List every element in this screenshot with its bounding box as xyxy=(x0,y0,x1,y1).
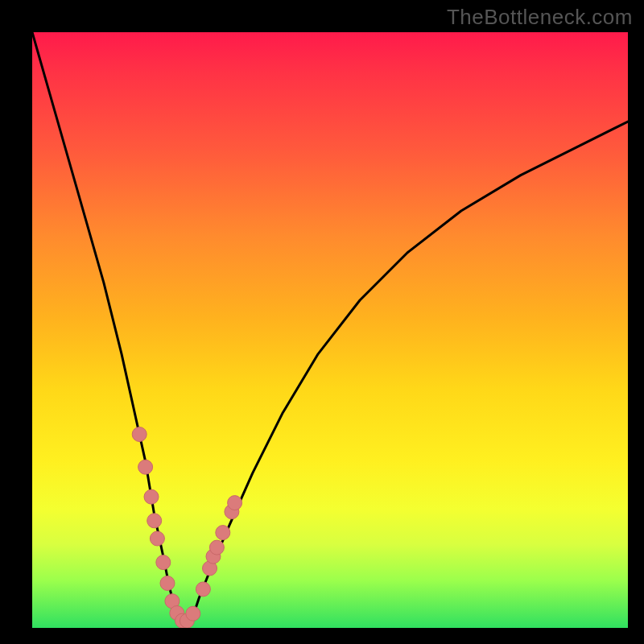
marker-dot xyxy=(150,531,164,546)
marker-dot xyxy=(132,427,147,442)
marker-dot xyxy=(186,606,200,621)
marker-dot xyxy=(165,594,180,609)
marker-layer xyxy=(32,32,628,628)
watermark-text: TheBottleneck.com xyxy=(447,5,633,30)
marker-dot xyxy=(138,460,153,474)
marker-dot xyxy=(203,561,217,576)
marker-dot xyxy=(225,505,239,519)
marker-dot xyxy=(175,613,189,628)
marker-dot xyxy=(160,576,175,591)
marker-dot xyxy=(228,496,242,510)
curve-layer xyxy=(32,32,628,628)
marker-dot xyxy=(180,613,194,628)
marker-dot xyxy=(147,514,162,528)
marker-dot xyxy=(144,489,159,504)
marker-dot xyxy=(196,582,210,597)
bottleneck-curve xyxy=(32,32,628,622)
marker-group xyxy=(132,427,242,629)
marker-dot xyxy=(156,555,171,570)
marker-dot xyxy=(216,526,230,540)
marker-dot xyxy=(209,540,224,555)
marker-dot xyxy=(206,549,221,564)
marker-dot xyxy=(170,606,184,621)
plot-area xyxy=(32,32,628,628)
chart-stage: TheBottleneck.com xyxy=(0,0,644,644)
